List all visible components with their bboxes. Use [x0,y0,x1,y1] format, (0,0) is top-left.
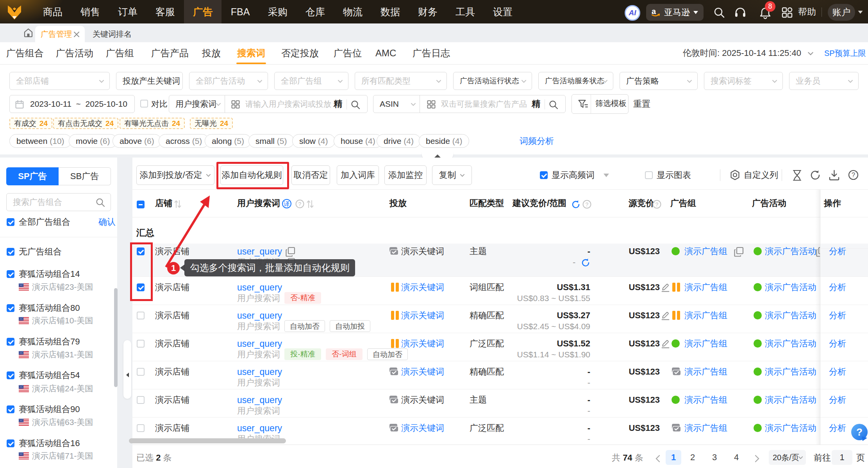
svg-text:?: ? [298,201,302,207]
svg-text:a: a [652,7,656,16]
svg-text:?: ? [655,201,659,208]
svg-text:?: ? [586,201,589,208]
svg-text:?: ? [852,172,855,178]
